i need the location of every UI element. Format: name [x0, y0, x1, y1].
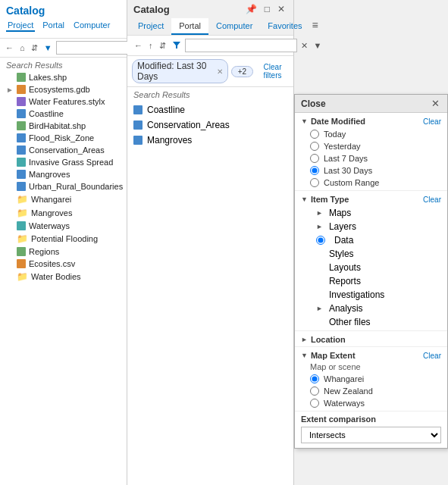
- main-up-btn[interactable]: ↑: [146, 39, 155, 52]
- chip-close-icon[interactable]: ✕: [217, 67, 223, 76]
- clear-search-btn[interactable]: ✕: [299, 39, 310, 52]
- newzealand-radio[interactable]: [310, 386, 319, 396]
- close-icon[interactable]: ✕: [275, 3, 287, 15]
- filter-panel-close-btn[interactable]: ✕: [430, 98, 441, 109]
- menu-icon[interactable]: ≡: [310, 18, 321, 35]
- list-item[interactable]: Ecosites.csv: [0, 258, 127, 270]
- main-back-btn[interactable]: ←: [132, 39, 145, 52]
- date-modified-section: ▼ Date Modified Clear Today Yesterday La…: [295, 113, 447, 191]
- map-extent-section: ▼ Map Extent Clear Map or scene Whangare…: [295, 347, 447, 411]
- list-item[interactable]: Invasive Grass Spread: [0, 156, 127, 168]
- list-item[interactable]: Water Features.stylx: [0, 95, 127, 108]
- date-modified-header[interactable]: ▼ Date Modified Clear: [295, 113, 447, 128]
- map-extent-header[interactable]: ▼ Map Extent Clear: [295, 347, 447, 362]
- otherfiles-label[interactable]: Other files: [329, 317, 371, 327]
- list-item[interactable]: Regions: [0, 246, 127, 258]
- list-item[interactable]: 📁 Mangroves: [0, 206, 127, 220]
- expand-arrow-icon: ►: [316, 209, 323, 217]
- filter-more-btn[interactable]: +2: [231, 66, 253, 77]
- filter-option-whangarei: Whangarei: [295, 373, 447, 385]
- custom-label[interactable]: Custom Range: [324, 178, 379, 187]
- layouts-label[interactable]: Layouts: [329, 262, 361, 273]
- analysis-label[interactable]: Analysis: [329, 303, 363, 314]
- date-modified-clear-btn[interactable]: Clear: [423, 117, 441, 126]
- item-type-clear-btn[interactable]: Clear: [423, 196, 441, 204]
- list-item[interactable]: Waterways: [0, 220, 127, 232]
- pin-icon[interactable]: 📌: [243, 3, 259, 15]
- tab-portal[interactable]: Portal: [171, 18, 208, 35]
- last7-label[interactable]: Last 7 Days: [324, 154, 368, 163]
- layers-label[interactable]: Layers: [329, 221, 356, 232]
- main-filter-btn[interactable]: [170, 39, 183, 52]
- filter-chip-modified[interactable]: Modified: Last 30 Days ✕: [132, 59, 228, 83]
- item-label: Mangroves: [147, 135, 192, 146]
- waterways-radio[interactable]: [310, 399, 319, 408]
- list-item[interactable]: Mangroves: [0, 168, 127, 180]
- item-type-section: ▼ Item Type Clear ► Maps ► Layers Data ►…: [295, 191, 447, 331]
- item-label: Water Features.stylx: [29, 97, 105, 106]
- today-label[interactable]: Today: [324, 130, 346, 139]
- yesterday-radio[interactable]: [310, 142, 319, 151]
- clear-filters-btn[interactable]: Clear filters: [256, 63, 289, 80]
- styles-label[interactable]: Styles: [329, 249, 354, 259]
- list-item[interactable]: 📁 Potential Flooding: [0, 232, 127, 246]
- section-title-row: ▼ Date Modified: [301, 117, 365, 126]
- list-item[interactable]: 📁 Whangarei: [0, 192, 127, 206]
- last30-label[interactable]: Last 30 Days: [324, 166, 372, 175]
- left-tab-portal[interactable]: Portal: [41, 20, 66, 32]
- main-search-input[interactable]: water: [185, 39, 297, 52]
- list-item[interactable]: 📁 Water Bodies: [0, 270, 127, 283]
- tab-favorites[interactable]: Favorites: [260, 18, 309, 35]
- list-item[interactable]: Urban_Rural_Boundaries: [0, 180, 127, 192]
- map-extent-clear-btn[interactable]: Clear: [423, 352, 441, 360]
- last7-radio[interactable]: [310, 154, 319, 163]
- whangarei-radio[interactable]: [310, 374, 319, 383]
- investigations-label[interactable]: Investigations: [329, 289, 384, 300]
- reports-label[interactable]: Reports: [329, 276, 361, 286]
- item-icon: [17, 221, 26, 230]
- tab-computer[interactable]: Computer: [208, 18, 260, 35]
- spacer: ►: [316, 291, 323, 299]
- last30-radio[interactable]: [310, 166, 319, 175]
- item-type-header[interactable]: ▼ Item Type Clear: [295, 191, 447, 206]
- location-header[interactable]: ► Location: [295, 331, 447, 346]
- maps-label[interactable]: Maps: [329, 208, 351, 218]
- whangarei-label[interactable]: Whangarei: [324, 374, 364, 383]
- left-filter-btn[interactable]: ▼: [42, 42, 55, 54]
- list-item[interactable]: Conservation_Areas: [127, 117, 293, 133]
- float-icon[interactable]: □: [262, 3, 272, 15]
- list-item[interactable]: Conservation_Areas: [0, 144, 127, 156]
- left-back-btn[interactable]: ←: [3, 42, 16, 54]
- spacer: ►: [316, 250, 323, 258]
- search-dropdown-btn[interactable]: ▼: [312, 39, 324, 52]
- item-label: Waterways: [29, 221, 70, 230]
- tab-project[interactable]: Project: [130, 18, 171, 35]
- list-item[interactable]: ► Ecosystems.gdb: [0, 83, 127, 95]
- item-icon: [17, 121, 26, 130]
- today-radio[interactable]: [310, 130, 319, 139]
- left-toolbar: ← ⌂ ⇵ ▼ water: [0, 39, 127, 58]
- data-label[interactable]: Data: [334, 235, 353, 246]
- list-item[interactable]: BirdHabitat.shp: [0, 120, 127, 132]
- left-home-btn[interactable]: ⌂: [17, 42, 27, 54]
- list-item[interactable]: Lakes.shp: [0, 71, 127, 83]
- item-label: Urban_Rural_Boundaries: [29, 182, 123, 191]
- item-label: Coastline: [29, 109, 64, 118]
- yesterday-label[interactable]: Yesterday: [324, 142, 361, 151]
- data-radio[interactable]: [316, 236, 325, 245]
- newzealand-label[interactable]: New Zealand: [324, 386, 373, 396]
- list-item[interactable]: Mangroves: [127, 133, 293, 148]
- list-item[interactable]: Coastline: [127, 102, 293, 117]
- item-icon: [17, 247, 26, 256]
- item-label: Mangroves: [31, 208, 72, 217]
- left-tab-computer[interactable]: Computer: [72, 20, 111, 32]
- custom-radio[interactable]: [310, 178, 319, 187]
- list-item[interactable]: Coastline: [0, 108, 127, 120]
- waterways-label[interactable]: Waterways: [324, 399, 365, 408]
- list-item[interactable]: Flood_Risk_Zone: [0, 132, 127, 144]
- filter-subitem-reports: ► Reports: [295, 274, 447, 288]
- extent-comparison-dropdown[interactable]: Intersects: [301, 427, 441, 443]
- main-sort-btn[interactable]: ⇵: [157, 39, 168, 52]
- left-sort-btn[interactable]: ⇵: [29, 42, 40, 55]
- left-tab-project[interactable]: Project: [6, 20, 35, 32]
